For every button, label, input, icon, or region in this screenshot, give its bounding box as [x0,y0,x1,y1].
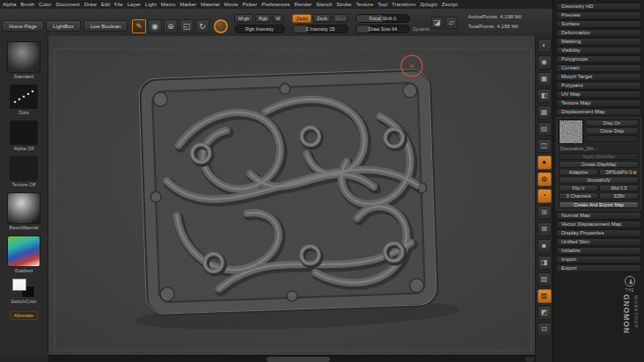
z-intensity-slider[interactable]: Z Intensity 25 [292,25,348,33]
m-button[interactable]: M [273,14,283,23]
dispmap-thumbnail[interactable] [559,119,583,144]
flip-v-toggle[interactable]: Flip V [559,185,598,192]
subpalette-uv-map[interactable]: UV Map [556,90,641,98]
draw-size-slider[interactable]: Draw Size 64 [355,25,410,33]
menu-texture[interactable]: Texture [356,2,374,7]
gradient-thumbnail[interactable] [7,235,40,267]
bits-toggle[interactable]: 32Bit [599,192,639,199]
ghost-icon[interactable]: ◍ [538,172,552,186]
subpalette-export[interactable]: Export [556,264,641,272]
move-icon[interactable]: ⊕ [164,19,178,33]
subpalette-contact[interactable]: Contact [556,64,641,72]
lightbox-button[interactable]: LightBox [46,20,81,32]
alternate-button[interactable]: Alternate [10,311,38,320]
subpalette-morph-target[interactable]: Morph Target [556,73,641,81]
subpalette-preview[interactable]: Preview [556,11,641,19]
live-boolean-button[interactable]: Live Boolean [84,20,128,32]
switch-color-thumbnail[interactable] [11,279,37,298]
mid-slider[interactable]: Mid 0.5 [599,185,639,192]
actual-size-icon[interactable]: ▣ [538,72,552,86]
menu-render[interactable]: Render [295,2,312,7]
menu-light[interactable]: Light [145,2,157,7]
menu-stencil[interactable]: Stencil [316,2,332,7]
scrollbar-handle[interactable] [267,357,330,362]
material-thumbnail[interactable] [7,192,40,224]
horizontal-scrollbar[interactable] [48,355,535,362]
switch-color[interactable]: SwitchColor [11,279,37,304]
selection-icon[interactable]: ▱ [445,17,457,29]
menu-alpha[interactable]: Alpha [3,2,16,7]
subpalette-import[interactable]: Import [556,256,641,264]
stencil-icon[interactable]: ◪ [431,17,443,29]
create-and-export-map-button[interactable]: Create And Export Map [559,201,639,208]
dpsubpix-slider[interactable]: DPSubPix 0 [599,169,639,176]
disp-on-button[interactable]: Disp On [585,119,639,127]
subpalette-display-properties[interactable]: Display Properties [556,229,641,237]
menu-draw[interactable]: Draw [84,2,97,7]
rgb-intensity-slider[interactable]: Rgb Intensity [234,25,285,33]
menu-material[interactable]: Material [201,2,219,7]
transp-icon[interactable]: ● [538,156,552,170]
persp-icon[interactable]: ▦ [538,105,552,119]
subpalette-masking[interactable]: Masking [556,38,641,46]
polyframe-icon[interactable]: ⊠ [538,222,552,236]
channels-toggle[interactable]: 3 Channels [559,192,598,199]
solo-icon[interactable]: ◔ [538,189,552,203]
rotate-icon[interactable]: ↻ [195,19,209,33]
current-brush-icon[interactable] [214,19,228,33]
subpalette-normal-map[interactable]: Normal Map [556,212,641,220]
brush-thumbnail[interactable] [7,41,40,73]
texture-selector[interactable]: Texture Off [10,156,38,187]
grid-icon[interactable]: ⊡ [538,322,552,337]
zadd-button[interactable]: Zadd [292,14,311,23]
alpha-thumbnail[interactable] [10,120,38,145]
stroke-selector[interactable]: Dots [10,84,38,115]
menu-edit[interactable]: Edit [101,2,110,7]
menu-transform[interactable]: Transform [392,2,415,7]
scale-icon[interactable]: ◱ [179,19,194,33]
primary-color-swatch[interactable] [12,279,26,291]
texture-thumbnail[interactable] [10,156,38,181]
material-selector[interactable]: BasicMaterial [7,192,40,230]
subpalette-initialize[interactable]: Initialize [556,247,641,255]
edit-icon[interactable]: ✎ [132,19,146,33]
clone-disp-button[interactable]: Clone Disp [585,127,639,134]
local-symmetry-icon[interactable]: ◫ [538,139,552,153]
color-picker[interactable]: Gradient [7,235,40,273]
menu-picker[interactable]: Picker [243,2,258,7]
subpalette-vector-displacement-map[interactable]: Vector Displacement Map [556,221,641,228]
subpalette-visibility[interactable]: Visibility [556,47,641,54]
alpha-selector[interactable]: Alpha Off [10,120,38,151]
viewport[interactable] [48,36,535,355]
menu-preferences[interactable]: Preferences [261,2,289,7]
smooth-uv-toggle[interactable]: SmoothUV [559,177,639,184]
menu-document[interactable]: Document [55,2,79,7]
frame-icon[interactable]: ⊞ [538,206,552,220]
subpalette-deformation[interactable]: Deformation [556,29,641,37]
aa-half-icon[interactable]: ◧ [538,89,552,103]
rgb-button[interactable]: Rgb [255,14,271,23]
subpalette-displacement-map[interactable]: Displacement Map [556,108,641,116]
scroll-doc-icon[interactable]: ◐ [538,39,552,53]
scale-doc-icon[interactable]: ▧ [538,272,552,286]
menu-stroke[interactable]: Stroke [336,2,351,7]
silhouette-icon[interactable]: ■ [538,239,552,253]
move-doc-icon[interactable]: ◨ [538,256,552,270]
menu-movie[interactable]: Movie [224,2,238,7]
subpalette-unified-skin[interactable]: Unified Skin [556,238,641,246]
menu-tool[interactable]: Tool [377,2,387,7]
subpalette-geometry-hd[interactable]: Geometry HD [556,3,641,11]
xpose-icon[interactable]: ◩ [538,306,552,320]
mrgb-button[interactable]: Mrgb [234,14,253,23]
alternate-item[interactable]: Alternate [10,309,38,320]
subpalette-polypaint[interactable]: Polypaint [556,82,641,90]
focal-shift-slider[interactable]: Focal Shift 0 [355,14,410,23]
dynamic-toggle[interactable]: Dynamic [413,26,429,32]
adaptive-toggle[interactable]: Adaptive [559,169,598,176]
menu-file[interactable]: File [114,2,123,7]
floor-icon[interactable]: ▤ [538,122,552,136]
zsub-button[interactable]: Zsub [313,14,331,23]
zoom-doc-icon[interactable]: ◉ [538,55,552,69]
menu-color[interactable]: Color [39,2,51,7]
menu-zplugin[interactable]: Zplugin [420,2,437,7]
